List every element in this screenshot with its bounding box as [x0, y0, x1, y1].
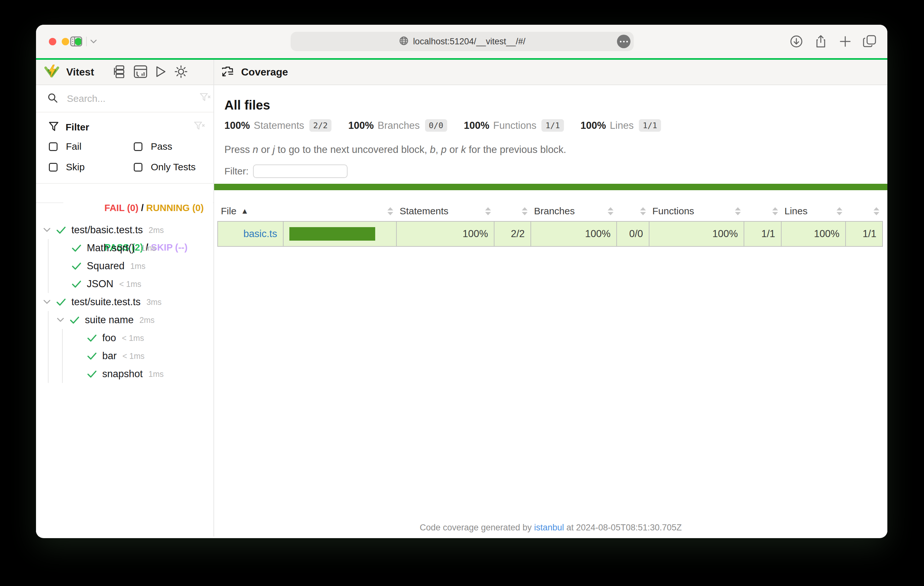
browser-sidebar-controls — [70, 25, 97, 58]
table-row: basic.ts 100% 2/2 100% 0/0 100% 1/ — [218, 221, 883, 247]
tree-item-duration: 1ms — [130, 262, 145, 271]
column-header-graph-sorter[interactable] — [283, 202, 396, 221]
tree-item-duration: 2ms — [140, 316, 155, 325]
sorter-icon — [735, 207, 741, 215]
new-tab-button[interactable] — [838, 35, 852, 48]
filter-checkbox-fail[interactable]: Fail — [49, 139, 134, 154]
sidebar-header: Vitest — [36, 60, 213, 85]
column-header-statements[interactable]: Statements — [396, 202, 494, 221]
checkbox-pass[interactable] — [134, 142, 142, 151]
desktop-background: localhost:51204/__vitest__/#/ — [0, 0, 924, 586]
column-header-functions-fraction-sorter[interactable] — [744, 202, 781, 221]
column-header-branches[interactable]: Branches — [531, 202, 617, 221]
tree-item-suite-name[interactable]: suite name 2ms — [36, 311, 213, 329]
sidebar-toggle-icon[interactable] — [70, 36, 82, 46]
footer-timestamp: at 2024-08-05T08:51:30.705Z — [564, 523, 681, 532]
pass-check-icon — [87, 351, 97, 361]
tree-item-squared[interactable]: Squared 1ms — [36, 257, 213, 275]
minimize-window-button[interactable] — [62, 38, 69, 45]
filter-checkbox-only-tests[interactable]: Only Tests — [134, 160, 206, 175]
column-header-branches-fraction-sorter[interactable] — [617, 202, 649, 221]
metric-pct: 100% — [348, 120, 374, 132]
page-settings-ellipsis-button[interactable] — [617, 35, 630, 48]
sidebar-header-actions — [113, 65, 188, 80]
url-text: localhost:51204/__vitest__/#/ — [413, 37, 526, 46]
sorter-icon — [640, 207, 646, 215]
coverage-header: Coverage — [214, 60, 887, 85]
file-link[interactable]: basic.ts — [243, 228, 277, 239]
search-input[interactable] — [66, 93, 191, 104]
tree-item-label: JSON — [87, 278, 114, 290]
lines-fraction-cell: 1/1 — [846, 221, 883, 247]
coverage-summary-bar — [214, 184, 887, 190]
pass-check-icon — [56, 297, 66, 307]
filter-checkbox-skip[interactable]: Skip — [49, 160, 134, 175]
lines-pct-cell: 100% — [781, 221, 846, 247]
tree-view-icon[interactable] — [113, 65, 126, 79]
sorter-icon — [837, 207, 842, 215]
pass-check-icon — [71, 261, 82, 271]
metric-statements: 100% Statements 2/2 — [224, 119, 332, 132]
chevron-down-icon[interactable] — [43, 227, 51, 233]
column-header-functions[interactable]: Functions — [649, 202, 744, 221]
column-header-statements-fraction-sorter[interactable] — [494, 202, 531, 221]
sorter-icon — [608, 207, 614, 215]
tree-item-suite-test[interactable]: test/suite.test.ts 3ms — [36, 293, 213, 311]
filter-checkbox-pass[interactable]: Pass — [134, 139, 206, 154]
downloads-button[interactable] — [789, 35, 804, 48]
coverage-metrics: 100% Statements 2/2 100% Branches 0/0 10… — [224, 119, 887, 132]
metric-label: Functions — [493, 120, 536, 132]
clear-search-filter-icon[interactable] — [200, 93, 211, 104]
search-icon — [48, 93, 58, 104]
column-header-lines[interactable]: Lines — [781, 202, 846, 221]
checkbox-only-tests-label: Only Tests — [151, 161, 196, 173]
tree-item-json[interactable]: JSON < 1ms — [36, 275, 213, 293]
pass-check-icon — [71, 279, 82, 289]
theme-toggle-sun-icon[interactable] — [174, 65, 188, 80]
checkbox-only-tests[interactable] — [134, 163, 142, 171]
filter-title: Filter — [66, 122, 89, 133]
browser-chrome: localhost:51204/__vitest__/#/ — [36, 25, 887, 60]
checkbox-pass-label: Pass — [151, 141, 172, 152]
tree-item-math-sqrt[interactable]: Math.sqrt() 1ms — [36, 239, 213, 257]
functions-pct-cell: 100% — [649, 221, 744, 247]
branches-pct-cell: 100% — [531, 221, 617, 247]
clear-filter-icon[interactable] — [194, 122, 205, 133]
browser-window: localhost:51204/__vitest__/#/ — [36, 25, 887, 538]
close-window-button[interactable] — [49, 38, 56, 45]
metric-fraction-badge: 2/2 — [309, 119, 332, 132]
checkbox-skip-label: Skip — [66, 161, 84, 173]
coverage-filter-row: Filter: — [224, 165, 887, 178]
pass-check-icon — [87, 369, 97, 379]
coverage-table-header-row: File ▲ Statements — [218, 202, 883, 221]
istanbul-link[interactable]: istanbul — [534, 523, 564, 532]
statements-pct-cell: 100% — [396, 221, 494, 247]
metric-pct: 100% — [464, 120, 489, 132]
checkbox-fail[interactable] — [49, 142, 58, 151]
tree-guide-line — [48, 311, 49, 383]
filter-options: Fail Pass Skip Only Tests — [49, 139, 206, 175]
page-title: All files — [224, 97, 887, 113]
tree-item-duration: 1ms — [148, 369, 163, 379]
sidebar: Vitest — [36, 60, 214, 537]
coverage-filter-input[interactable] — [253, 165, 348, 178]
dashboard-view-icon[interactable] — [134, 65, 147, 79]
url-bar[interactable]: localhost:51204/__vitest__/#/ — [290, 32, 634, 51]
share-button[interactable] — [814, 35, 828, 48]
tab-overview-button[interactable] — [863, 35, 877, 48]
metric-functions: 100% Functions 1/1 — [464, 119, 564, 132]
sorter-icon — [388, 207, 393, 215]
column-header-lines-fraction-sorter[interactable] — [846, 202, 883, 221]
run-all-icon[interactable] — [155, 65, 167, 79]
pass-check-icon — [69, 315, 80, 325]
tree-item-label: foo — [102, 332, 116, 344]
chevron-down-icon[interactable] — [43, 300, 51, 305]
tree-item-label: bar — [102, 350, 117, 362]
checkbox-skip[interactable] — [49, 163, 58, 171]
tree-item-basic-test[interactable]: test/basic.test.ts 2ms — [36, 221, 213, 239]
chevron-down-icon[interactable] — [56, 318, 65, 323]
statements-fraction-cell: 2/2 — [494, 221, 531, 247]
tree-item-label: Squared — [87, 260, 124, 272]
column-header-file[interactable]: File ▲ — [218, 202, 283, 221]
chevron-down-icon[interactable] — [90, 39, 97, 44]
